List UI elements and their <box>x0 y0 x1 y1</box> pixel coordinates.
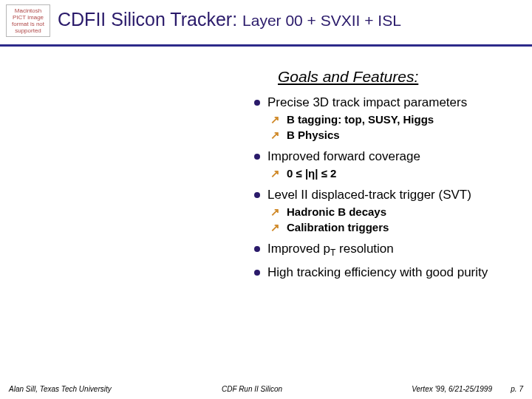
bullet-3-sub-1: Hadronic B decays <box>267 205 517 219</box>
bullet-4: Improved pT resolution <box>251 241 517 259</box>
footer-center: CDF Run II Silicon <box>222 385 282 393</box>
bullet-3-text: Level II displaced-track trigger (SVT) <box>267 188 471 202</box>
title-main: CDFII Silicon Tracker: <box>58 9 242 30</box>
goals-header: Goals and Features: <box>278 68 418 86</box>
footer-right: Vertex '99, 6/21-25/1999 <box>412 385 492 393</box>
bullet-1-text: Precise 3D track impact parameters <box>267 95 467 109</box>
title-sub: Layer 00 + SVXII + ISL <box>242 12 401 29</box>
placeholder-text: Macintosh PICT image format is not suppo… <box>8 7 48 35</box>
title-rule <box>0 44 532 47</box>
bullet-2-sub-1: 0 ≤ |η| ≤ 2 <box>267 167 517 181</box>
bullet-4-post: resolution <box>335 242 393 256</box>
bullet-3-sublist: Hadronic B decays Calibration triggers <box>267 205 517 235</box>
bullet-list: Precise 3D track impact parameters B tag… <box>251 95 517 280</box>
footer-page: p. 7 <box>511 385 523 393</box>
bullet-4-pre: Improved p <box>267 242 330 256</box>
bullet-1-sublist: B tagging: top, SUSY, Higgs B Physics <box>267 113 517 143</box>
bullet-1-sub-2: B Physics <box>267 129 517 143</box>
bullet-3-sub-2: Calibration triggers <box>267 221 517 235</box>
bullet-2-text: Improved forward coverage <box>267 149 420 163</box>
bullet-3: Level II displaced-track trigger (SVT) H… <box>251 187 517 235</box>
bullet-2-sublist: 0 ≤ |η| ≤ 2 <box>267 167 517 181</box>
bullet-5: High tracking efficiency with good purit… <box>251 265 517 280</box>
content-area: Precise 3D track impact parameters B tag… <box>251 95 517 286</box>
bullet-1: Precise 3D track impact parameters B tag… <box>251 95 517 143</box>
bullet-2: Improved forward coverage 0 ≤ |η| ≤ 2 <box>251 149 517 181</box>
footer-left: Alan Sill, Texas Tech University <box>9 385 112 393</box>
slide-title: CDFII Silicon Tracker: Layer 00 + SVXII … <box>58 9 525 30</box>
bullet-5-text: High tracking efficiency with good purit… <box>267 265 488 279</box>
pict-placeholder: Macintosh PICT image format is not suppo… <box>6 4 50 37</box>
bullet-1-sub-1: B tagging: top, SUSY, Higgs <box>267 113 517 127</box>
